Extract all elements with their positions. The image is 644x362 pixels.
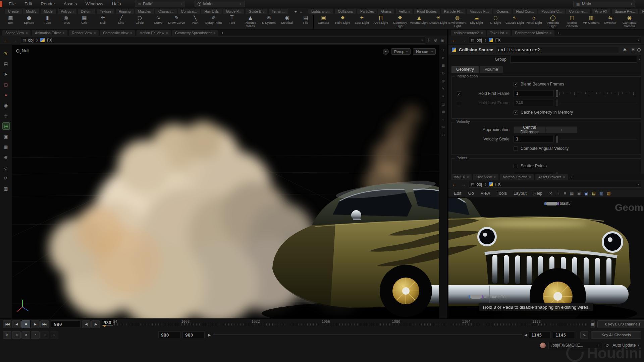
shelf-tool[interactable]: ❖ Geometry Light: [390, 14, 410, 29]
path-context[interactable]: FX: [47, 38, 52, 43]
add-pane-tab-button[interactable]: +: [569, 175, 575, 180]
network-menu-item[interactable]: View: [477, 191, 493, 196]
network-canvas[interactable]: Geometry blast5 attribdelete1 Hold 8 or …: [448, 198, 644, 318]
color-palette-icon[interactable]: ▧: [607, 191, 610, 196]
pane-tab-box-icon[interactable]: [563, 176, 565, 178]
menu-item[interactable]: File: [4, 0, 20, 8]
network-menu-item[interactable]: Edit: [450, 191, 465, 196]
network-menu-item[interactable]: Go: [465, 191, 477, 196]
gear-icon[interactable]: ✱: [623, 47, 627, 52]
shelf-tool[interactable]: ◉ Gamepad Camera: [620, 14, 639, 29]
shelf-tab[interactable]: Rigging: [115, 8, 134, 14]
range-handle-left[interactable]: ▶: [208, 333, 211, 337]
sticky-note-icon[interactable]: ▤: [592, 191, 596, 196]
current-frame-field[interactable]: 980: [51, 320, 80, 328]
shelf-tab[interactable]: Populate C...: [538, 8, 565, 14]
shelf-tool[interactable]: ▦ Grid: [75, 14, 94, 29]
step-back-button[interactable]: ◀|: [82, 320, 91, 328]
angular-velocity-checkbox[interactable]: [514, 146, 518, 151]
shelf-tab[interactable]: Polygon: [57, 8, 77, 14]
shelf-tab[interactable]: FEM: [639, 8, 644, 14]
shelf-tab[interactable]: Container...: [566, 8, 591, 14]
back-arrow-icon[interactable]: ←: [451, 181, 458, 187]
viewport-option-icon[interactable]: ◫: [442, 102, 445, 106]
network-tools-icon[interactable]: ✕: [549, 191, 552, 196]
shelf-overflow-caret[interactable]: ▾: [299, 11, 303, 14]
recook-icon[interactable]: ↺: [605, 343, 609, 348]
shelf-tool[interactable]: ∿ Caustic Light: [505, 14, 524, 29]
display-options-icon[interactable]: ≡: [564, 191, 566, 196]
group-input[interactable]: [511, 56, 637, 63]
shelf-tab[interactable]: Grains: [378, 8, 395, 14]
shelf-tab[interactable]: Viscous Fl...: [467, 8, 492, 14]
pane-tab[interactable]: Geometry Spreadsheet: [172, 30, 219, 36]
shelf-tool[interactable]: ▤ File: [297, 14, 313, 29]
animation-curve-icon[interactable]: ∿: [580, 331, 588, 339]
range-slider-right-icon[interactable]: ▷: [50, 331, 58, 339]
shelf-tool[interactable]: ╲ Path: [186, 14, 204, 29]
back-arrow-icon[interactable]: ←: [3, 37, 9, 43]
path-root[interactable]: obj: [476, 38, 482, 43]
pane-tab[interactable]: Take List: [487, 30, 511, 36]
velocity-scale-input[interactable]: 1: [514, 136, 554, 142]
dropdown-spinner-icon[interactable]: ↕: [545, 127, 577, 133]
snap-tool-icon[interactable]: ◇: [2, 164, 10, 171]
path-dropdown-caret[interactable]: ▾: [637, 183, 639, 186]
shelf-tab[interactable]: Hair Utils: [201, 8, 222, 14]
shelf-tool[interactable]: ⇆ Switcher: [601, 14, 620, 29]
pane-tab-box-icon[interactable]: [529, 176, 531, 178]
flipbook-icon[interactable]: ▣: [441, 38, 444, 43]
camera-selector[interactable]: No cam ▾: [413, 48, 436, 55]
snapshot-icon[interactable]: ⊙: [434, 38, 437, 43]
network-menu-item[interactable]: Tools: [493, 191, 510, 196]
shelf-tool[interactable]: ▮ Tube: [38, 14, 57, 29]
path-root[interactable]: obj: [28, 38, 34, 43]
node-blast5[interactable]: blast5: [546, 201, 571, 206]
handles-tool-icon[interactable]: ⊕: [2, 154, 10, 161]
slider-handle[interactable]: [556, 136, 558, 142]
pane-tab[interactable]: Material Palette: [499, 174, 534, 180]
pane-tab-box-icon[interactable]: [467, 176, 469, 178]
slider-track[interactable]: [559, 103, 637, 103]
jump-end-button[interactable]: ▶▶|: [40, 320, 49, 328]
box-select-icon[interactable]: ▢: [2, 81, 10, 88]
params-scrollbar[interactable]: [641, 45, 644, 174]
shelf-tab[interactable]: Lights and...: [308, 8, 334, 14]
grid-snap-icon[interactable]: ▦: [570, 191, 574, 196]
approximation-dropdown[interactable]: Central Difference ↕: [514, 126, 577, 133]
shelf-tool[interactable]: ◍ Environment Light: [448, 14, 467, 29]
pane-tab-box-icon[interactable]: [130, 32, 132, 34]
key-all-channels-button[interactable]: Key All Channels: [591, 331, 641, 339]
viewport-option-icon[interactable]: ✎: [442, 87, 444, 90]
pane-tab-box-icon[interactable]: [506, 32, 507, 34]
node-name-field[interactable]: collisionsource2: [496, 47, 619, 53]
shelf-tab[interactable]: Vellum: [395, 8, 413, 14]
shelf-tool[interactable]: ◌ GI Light: [486, 14, 505, 29]
node-shape[interactable]: [470, 295, 482, 299]
forward-arrow-icon[interactable]: →: [460, 181, 467, 187]
paint-tool-icon[interactable]: ▤: [2, 60, 10, 67]
audio-icon[interactable]: ♫: [12, 331, 21, 339]
viewport-option-icon[interactable]: ➤: [442, 56, 444, 60]
node-shape[interactable]: [546, 202, 557, 205]
shelf-tool[interactable]: ○ Circle: [130, 14, 149, 29]
path-field[interactable]: ▤ obj ❯ FX ▾: [469, 181, 641, 188]
viewport-option-icon[interactable]: ⊙: [442, 71, 444, 75]
pane-tab[interactable]: Render View: [68, 30, 99, 36]
pane-tab[interactable]: Performance Monitor: [512, 30, 555, 36]
hold-first-input[interactable]: 1: [514, 90, 554, 97]
pane-tab-box-icon[interactable]: [481, 32, 483, 34]
shelf-tab[interactable]: Model: [40, 8, 57, 14]
path-field[interactable]: ▤ obj ❯ FX ▾: [469, 37, 641, 44]
shelf-tool[interactable]: ◉ Metaball: [278, 14, 297, 29]
shelf-tab[interactable]: Deform: [77, 8, 96, 14]
shelf-tool[interactable]: ╱ Line: [112, 14, 130, 29]
presets-icon[interactable]: H: [632, 47, 635, 52]
shelf-tab[interactable]: Guide B...: [245, 8, 268, 14]
select-points-icon[interactable]: ◉: [2, 102, 10, 109]
menu-item[interactable]: Assets: [59, 0, 81, 8]
viewport-option-icon[interactable]: ≡: [442, 95, 444, 98]
shelf-tool[interactable]: ✹ Point Light: [333, 14, 352, 29]
move-tool-icon[interactable]: ✛: [2, 112, 10, 119]
shelf-tab[interactable]: Modify: [23, 8, 40, 14]
